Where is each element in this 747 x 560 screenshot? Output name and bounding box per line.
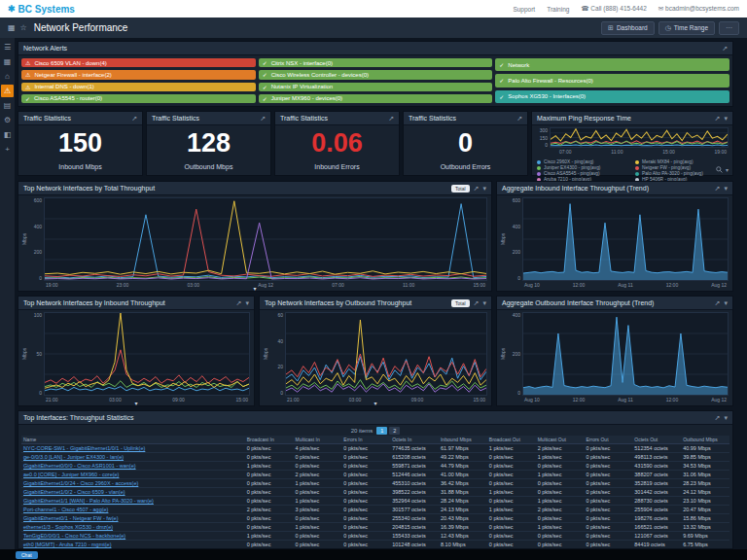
expand-icon[interactable]: ↗ — [260, 115, 266, 122]
chevron-down-icon[interactable]: ▾ — [482, 299, 486, 307]
panel-top-total-throughput: Top Network Interfaces by Total Throughp… — [18, 181, 492, 292]
total-badge[interactable]: Total — [451, 299, 470, 307]
chevron-down-icon[interactable]: ▾ — [726, 166, 729, 173]
sidebar-item-reports[interactable]: ▤ — [1, 99, 14, 112]
x-axis-ticks: Aug 1012:00Aug 1112:00Aug 12 — [499, 281, 729, 290]
expand-icon[interactable]: ↗ — [715, 414, 721, 422]
chevron-down-icon[interactable]: ▾ — [482, 185, 486, 192]
expand-icon[interactable]: ↗ — [131, 115, 137, 122]
panel-max-ping: Maximum Ping Response Time ↗ ▾ 300150007… — [531, 111, 733, 176]
column-header[interactable]: Name — [21, 436, 245, 444]
page-button-1[interactable]: 1 — [376, 427, 387, 435]
alert-chip-green[interactable]: ✓Juniper MX960 - devices(0) — [259, 94, 493, 103]
column-header[interactable]: Broadcast In — [245, 436, 294, 444]
interface-link[interactable]: Port-channel1 - Cisco 4507 - agg(e) — [23, 507, 108, 512]
sidebar-item-dashboards[interactable]: ▦ — [1, 55, 14, 68]
alert-chip-red[interactable]: ⚠Cisco 6509 VLAN - down(4) — [21, 58, 256, 67]
topbar-link-email[interactable]: ✉ bcadmin@bcsystems.com — [658, 5, 739, 13]
resize-caret-icon[interactable]: ▾ — [253, 287, 256, 292]
expand-icon[interactable]: ↗ — [715, 115, 721, 122]
y-axis-ticks: 3001500 — [534, 127, 550, 148]
expand-icon[interactable]: ↗ — [516, 115, 522, 122]
column-header[interactable]: Octets Out — [632, 436, 681, 444]
brand-logo[interactable]: ✱ BC Systems — [8, 4, 75, 15]
alert-chip-green[interactable]: ✓Nutanix IP Virtualization — [259, 83, 493, 91]
interface-link[interactable]: eth0 [MGMT] - Aruba 7210 - mgmt(e) — [23, 542, 111, 547]
column-header[interactable]: Errors Out — [584, 436, 632, 444]
interface-link[interactable]: NYC-CORE-SW1 - GigabitEthernet1/0/1 - Up… — [23, 445, 145, 451]
sidebar-item-logs[interactable]: ◧ — [1, 128, 14, 141]
legend-dot-icon — [635, 166, 639, 170]
expand-icon[interactable]: ↗ — [388, 115, 394, 122]
legend-dot-icon — [537, 172, 541, 176]
topbar-link-training[interactable]: Training — [547, 6, 569, 13]
resize-caret-icon[interactable]: ▾ — [134, 402, 137, 406]
interface-link[interactable]: GigabitEthernet0/0/0 - Cisco ASR1001 - w… — [23, 463, 136, 469]
search-icon[interactable] — [716, 166, 723, 173]
column-header[interactable]: Broadcast Out — [487, 436, 536, 444]
plot-area — [44, 197, 487, 281]
interface-link[interactable]: GigabitEthernet1/0/2 - Cisco 6509 - vlan… — [23, 489, 125, 495]
column-header[interactable]: Outbound Mbps — [681, 436, 729, 444]
expand-icon[interactable]: ↗ — [236, 299, 242, 307]
sidebar-item-alerts[interactable]: ⚠ — [1, 85, 14, 97]
column-header[interactable]: Multicast In — [294, 436, 342, 444]
alert-chip-orange[interactable]: ⚠Netgear Firewall - interface(2) — [21, 70, 256, 79]
chevron-down-icon[interactable]: ▾ — [724, 115, 728, 122]
items-count: 20 items — [351, 428, 374, 434]
check-icon: ✓ — [263, 84, 267, 90]
total-badge[interactable]: Total — [451, 185, 470, 192]
interface-link[interactable]: GigabitEthernet1/0/24 - Cisco 2960X - ac… — [23, 480, 138, 486]
check-icon: ✓ — [263, 71, 267, 78]
check-icon: ✓ — [25, 95, 30, 102]
sidebar-item-menu[interactable]: ☰ — [1, 41, 14, 53]
alert-chip-teal[interactable]: ✓Sophos XG530 - Interfaces(0) — [495, 90, 729, 103]
alert-chip-green[interactable]: ✓Cisco Wireless Controller - devices(0) — [259, 70, 493, 79]
interface-link[interactable]: GigabitEthernet1/1 [WAN] - Palo Alto PA-… — [23, 498, 154, 504]
chevron-down-icon[interactable]: ▾ — [724, 414, 728, 422]
topbar-link-phone[interactable]: ☎ Call (888) 415-6442 — [581, 5, 646, 13]
alert-chip-green[interactable]: ✓Citrix NSX - interface(0) — [259, 58, 493, 67]
more-options-button[interactable]: ⋯ — [719, 21, 739, 35]
alert-chip-green[interactable]: ✓Network — [495, 58, 729, 71]
ping-tools: ▾ — [716, 166, 729, 173]
add-dashboard-button[interactable]: ⊞Dashboard — [601, 21, 655, 35]
expand-icon[interactable]: ↗ — [474, 299, 480, 307]
alert-chip-yellow[interactable]: ⚠Internal DNS - down(1) — [21, 83, 256, 91]
dashboard-grid-icon[interactable]: ▦ — [8, 23, 16, 32]
column-header[interactable]: Multicast Out — [536, 436, 585, 444]
column-header[interactable]: Octets In — [390, 436, 439, 444]
favorite-star-icon[interactable]: ☆ — [20, 23, 27, 32]
chevron-down-icon[interactable]: ▾ — [245, 299, 249, 307]
table-row: Port-channel1 - Cisco 4507 - agg(e)2 pkt… — [21, 506, 729, 514]
column-header[interactable]: Errors In — [341, 436, 390, 444]
interface-link[interactable]: GigabitEthernet0/1 - Netgear FW - fw(e) — [23, 515, 119, 521]
sidebar-item-add[interactable]: + — [1, 143, 14, 156]
resize-caret-icon[interactable]: ▾ — [374, 402, 376, 406]
sidebar-item-resources[interactable]: ⌂ — [1, 70, 14, 83]
interface-link[interactable]: ae0.0 [CORE] - Juniper MX960 - core(e) — [23, 472, 119, 477]
alert-chip-green[interactable]: ✓Palo Alto Firewall - Resources(0) — [495, 74, 729, 87]
expand-icon[interactable]: ↗ — [715, 299, 721, 307]
plot-area — [44, 312, 250, 396]
chevron-down-icon[interactable]: ▾ — [724, 299, 728, 307]
interface-link[interactable]: ge-0/0/3.0 [LAN] - Juniper EX4300 - lan(… — [23, 454, 124, 460]
y-axis-ticks: 100500 — [28, 312, 44, 396]
legend-item: Meraki MX84 - ping(avg) — [635, 159, 728, 164]
time-range-button[interactable]: ◷Time Range — [658, 21, 715, 35]
page-button-2[interactable]: 2 — [389, 427, 400, 435]
interface-link[interactable]: TenGigE0/0/0/1 - Cisco NCS - backbone(e) — [23, 533, 125, 539]
table-row: GigabitEthernet1/1 [WAN] - Palo Alto PA-… — [21, 497, 729, 506]
topbar-link-support[interactable]: Support — [513, 6, 535, 13]
interface-link[interactable]: ethernet1/3 - Sophos XG530 - dmz(e) — [23, 524, 113, 530]
stat-value: 0 — [404, 130, 527, 157]
sidebar-item-settings[interactable]: ⚙ — [1, 114, 14, 126]
expand-icon[interactable]: ↗ — [715, 185, 721, 192]
chat-button[interactable]: Chat — [16, 551, 38, 559]
alert-chip-green[interactable]: ✓Cisco ASA5545 - router(0) — [21, 94, 256, 103]
panel-title: Traffic Statistics — [152, 115, 199, 122]
expand-icon[interactable]: ↗ — [722, 45, 728, 52]
expand-icon[interactable]: ↗ — [474, 185, 480, 192]
chevron-down-icon[interactable]: ▾ — [724, 185, 728, 192]
column-header[interactable]: Inbound Mbps — [439, 436, 487, 444]
